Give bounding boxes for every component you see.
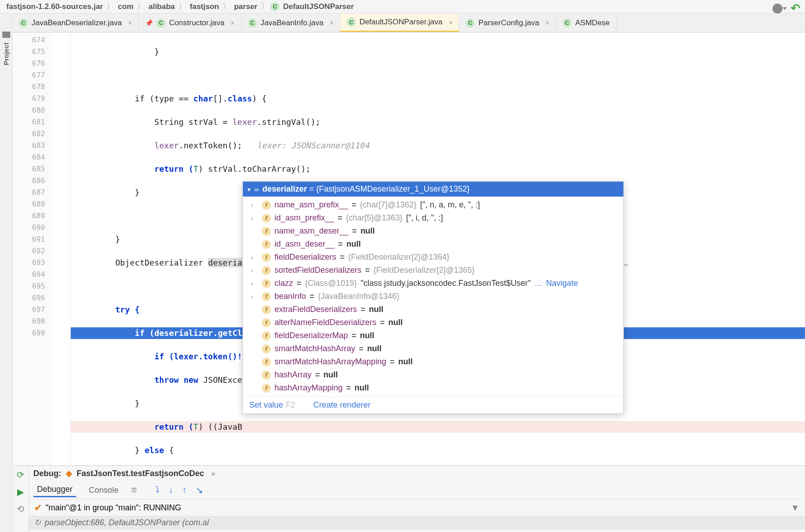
chevron-right-icon[interactable]: ›: [251, 280, 256, 287]
chevron-down-icon[interactable]: ▾: [247, 186, 251, 193]
field-name: fieldDeserializerMap: [274, 331, 348, 340]
close-icon[interactable]: ×: [231, 19, 235, 27]
field-icon: f: [262, 279, 271, 288]
close-icon[interactable]: ×: [449, 18, 453, 26]
breadcrumb-class[interactable]: DefaultJSONParser: [281, 2, 356, 11]
step-into-icon[interactable]: ↓: [169, 485, 173, 495]
field-icon: f: [262, 384, 271, 393]
popup-field-row[interactable]: fsmartMatchHashArrayMapping = null: [243, 355, 623, 368]
filter-icon[interactable]: ▼: [791, 503, 800, 513]
breadcrumb-pkg[interactable]: parser: [232, 2, 259, 11]
field-icon: f: [262, 305, 271, 314]
popup-footer: Set valueF2 Create renderer: [243, 396, 623, 413]
tab-label: DefaultJSONParser.java: [359, 18, 442, 27]
tab-javabean-deserializer[interactable]: C JavaBeanDeserializer.java ×: [13, 14, 139, 32]
console-tab[interactable]: Console: [85, 484, 122, 497]
field-name: beanInfo: [274, 292, 306, 301]
field-name: clazz: [274, 279, 293, 288]
set-value-link[interactable]: Set value: [249, 400, 283, 409]
create-renderer-link[interactable]: Create renderer: [313, 400, 370, 410]
navigate-link[interactable]: Navigate: [546, 279, 578, 288]
tab-parserconfig[interactable]: C ParserConfig.java ×: [459, 14, 556, 32]
resume-icon[interactable]: ▶: [17, 486, 24, 497]
field-value-obj: {FieldDeserializer[2]@1364}: [348, 252, 449, 262]
stack-frame-label: parseObject:686, DefaultJSONParser (com.…: [45, 518, 209, 527]
popup-field-row[interactable]: fhashArray = null: [243, 368, 623, 381]
popup-field-row[interactable]: ›fname_asm_prefix__ = {char[7]@1362} [",…: [243, 198, 623, 211]
popup-header[interactable]: ▾ ∞ deserializer = {FastjsonASMDeseriali…: [243, 182, 623, 197]
close-icon[interactable]: ×: [128, 19, 132, 27]
field-name: smartMatchHashArray: [274, 344, 355, 353]
tab-constructor[interactable]: 📌 C Constructor.java ×: [139, 14, 242, 32]
shortcut-label: F2: [286, 400, 295, 409]
line-number: 696: [13, 292, 45, 304]
field-value-null: null: [369, 305, 384, 314]
popup-field-row[interactable]: falterNameFieldDeserializers = null: [243, 316, 623, 329]
thread-label: "main"@1 in group "main": RUNNING: [46, 503, 181, 513]
field-value-null: null: [324, 370, 338, 380]
popup-field-row[interactable]: fname_asm_deser__ = null: [243, 225, 623, 238]
stop-icon[interactable]: ⟲: [17, 504, 24, 514]
popup-field-row[interactable]: ›fclazz = {Class@1019} "class jstudy.jac…: [243, 277, 623, 290]
popup-field-row[interactable]: fid_asm_deser__ = null: [243, 238, 623, 251]
field-name: sortedFieldDeserializers: [274, 266, 361, 275]
popup-field-row[interactable]: ›ffieldDeserializers = {FieldDeserialize…: [243, 251, 623, 264]
breadcrumb-jar[interactable]: fastjson-1.2.60-sources.jar: [5, 2, 105, 11]
thread-row[interactable]: ✔ "main"@1 in group "main": RUNNING ▼: [29, 500, 805, 516]
threads-icon[interactable]: ≡: [131, 484, 137, 496]
project-tab-label[interactable]: Project: [2, 42, 10, 65]
field-name: smartMatchHashArrayMapping: [274, 357, 386, 367]
popup-field-row[interactable]: fhashArrayMapping = null: [243, 381, 623, 394]
field-name: fieldDeserializers: [274, 252, 336, 262]
watch-icon: ∞: [254, 186, 259, 193]
close-icon[interactable]: ×: [330, 19, 334, 27]
debug-run-icon: ◆: [66, 468, 72, 478]
close-icon[interactable]: ×: [546, 19, 550, 27]
field-value-obj: {Class@1019}: [305, 279, 357, 288]
chevron-right-icon[interactable]: ›: [251, 215, 256, 222]
editor[interactable]: 674 675 676 677 678 679 680 681 682 683 …: [13, 32, 805, 465]
tab-asmdese[interactable]: C ASMDese: [556, 14, 617, 32]
step-out-icon[interactable]: ↑: [182, 485, 187, 495]
stack-frame-row[interactable]: ↻ parseObject:686, DefaultJSONParser (co…: [29, 516, 805, 529]
chevron-right-icon[interactable]: ›: [251, 254, 256, 261]
gutter: 674 675 676 677 678 679 680 681 682 683 …: [13, 32, 51, 465]
popup-field-row[interactable]: fextraFieldDeserializers = null: [243, 303, 623, 316]
field-value-obj: {char[5]@1363}: [346, 213, 402, 223]
step-over-icon[interactable]: ⤵: [155, 485, 160, 495]
field-value-str: [", n, a, m, e, ", :]: [420, 200, 480, 210]
run-to-cursor-icon[interactable]: ↘: [196, 485, 203, 495]
class-icon: C: [19, 18, 28, 28]
field-icon: f: [262, 318, 271, 327]
popup-field-row[interactable]: fsmartMatchHashArray = null: [243, 342, 623, 355]
popup-field-row[interactable]: ›fbeanInfo = {JavaBeanInfo@1346}: [243, 290, 623, 303]
popup-field-row[interactable]: ›fsortedFieldDeserializers = {FieldDeser…: [243, 264, 623, 277]
chevron-right-icon[interactable]: ›: [251, 293, 256, 300]
run-config-name: FastJsonTest.testFastjsonCoDec: [77, 469, 204, 478]
breadcrumb-pkg[interactable]: fastjson: [188, 2, 221, 11]
class-icon: C: [270, 2, 279, 11]
back-arrow-icon[interactable]: ↶: [791, 1, 800, 15]
line-number: 687: [13, 187, 45, 198]
chevron-right-icon[interactable]: ›: [251, 267, 256, 274]
tab-label: ParserConfig.java: [478, 18, 539, 28]
class-icon: C: [563, 18, 572, 28]
field-icon: f: [262, 240, 271, 249]
field-icon: f: [262, 201, 271, 210]
debug-panel: ⟳ ▶ ⟲ Debug: ◆ FastJsonTest.testFastjson…: [13, 465, 805, 532]
debugger-tab[interactable]: Debugger: [33, 483, 76, 497]
rerun-icon[interactable]: ⟳: [17, 469, 24, 480]
line-number: 695: [13, 280, 45, 292]
tab-javabeaninfo[interactable]: C JavaBeanInfo.java ×: [242, 14, 341, 32]
field-value-null: null: [347, 239, 361, 249]
project-icon[interactable]: [2, 32, 10, 38]
close-icon[interactable]: ×: [211, 470, 215, 477]
chevron-right-icon[interactable]: ›: [251, 202, 256, 209]
field-name: hashArray: [274, 370, 311, 380]
breadcrumb-pkg[interactable]: alibaba: [146, 2, 177, 11]
popup-field-row[interactable]: ›fid_asm_prefix__ = {char[5]@1363} [", i…: [243, 211, 623, 225]
tab-defaultjsonparser[interactable]: C DefaultJSONParser.java ×: [340, 14, 459, 32]
breadcrumb-pkg[interactable]: com: [116, 2, 135, 11]
avatar-icon[interactable]: [773, 4, 782, 14]
popup-field-row[interactable]: ffieldDeserializerMap = null: [243, 329, 623, 342]
